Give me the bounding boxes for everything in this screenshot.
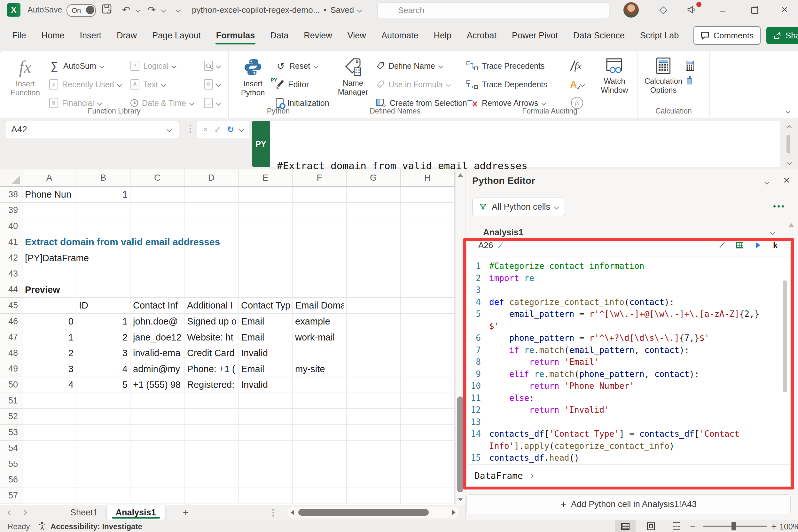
tab-data-science[interactable]: Data Science bbox=[573, 27, 625, 44]
cell-F49[interactable]: my-site bbox=[292, 361, 346, 377]
use-in-formula-button[interactable]: fx Use in Formula bbox=[376, 77, 467, 92]
tab-automate[interactable]: Automate bbox=[381, 27, 419, 44]
cell-E43[interactable] bbox=[239, 266, 292, 282]
tab-file[interactable]: File bbox=[12, 27, 27, 44]
megaphone-icon[interactable] bbox=[687, 4, 697, 15]
cell-A42[interactable]: [PY]DataFrame bbox=[22, 250, 76, 266]
code-line-4[interactable]: 4def categorize_contact_info(contact): bbox=[467, 297, 790, 308]
scroll-right-icon[interactable] bbox=[452, 510, 456, 515]
panel-scroll-up-icon[interactable] bbox=[788, 223, 794, 227]
row-header-50[interactable]: 50 bbox=[0, 377, 22, 393]
cell-C46[interactable]: john.doe@ bbox=[130, 314, 185, 330]
cell-G45[interactable] bbox=[346, 298, 401, 314]
python-refresh-icon[interactable]: ↻ bbox=[227, 125, 234, 135]
shortcut-icon[interactable]: k bbox=[773, 242, 778, 250]
cell-C55[interactable] bbox=[130, 456, 185, 472]
code-line-15[interactable]: 15contacts_df.head() bbox=[467, 452, 790, 464]
code-line-3[interactable]: 3 bbox=[467, 284, 790, 297]
cell-A53[interactable] bbox=[22, 424, 76, 440]
cell-F46[interactable]: example bbox=[292, 314, 346, 330]
cell-D49[interactable]: Phone: +1 ( bbox=[185, 361, 239, 377]
search-input[interactable] bbox=[377, 2, 609, 18]
cell-F40[interactable] bbox=[292, 218, 346, 234]
name-box[interactable] bbox=[5, 121, 179, 138]
dataframe-output-row[interactable]: DataFrame bbox=[467, 464, 790, 487]
cell-G50[interactable] bbox=[346, 377, 401, 393]
avatar[interactable] bbox=[624, 2, 639, 18]
cell-B52[interactable] bbox=[76, 408, 130, 424]
formula-expand-chevron-icon[interactable] bbox=[787, 160, 792, 165]
define-name-button[interactable]: Define Name bbox=[376, 58, 467, 74]
error-checking-button[interactable]: A bbox=[570, 77, 585, 92]
cell-B48[interactable]: 3 bbox=[76, 345, 130, 361]
text-button[interactable]: A Text bbox=[130, 77, 204, 92]
cell-C49[interactable]: admin@my bbox=[130, 361, 185, 377]
cell-C47[interactable]: jane_doe12 bbox=[130, 329, 185, 345]
sheet-tab-analysis1[interactable]: Analysis1 bbox=[107, 505, 165, 520]
python-editor-button[interactable]: PY Editor bbox=[276, 77, 329, 92]
section-chevron-icon[interactable] bbox=[770, 230, 775, 235]
tab-data[interactable]: Data bbox=[269, 27, 289, 44]
cell-F53[interactable] bbox=[292, 424, 346, 440]
redo-button[interactable]: ↷ bbox=[148, 4, 156, 15]
add-python-cell-button[interactable]: + Add Python cell in Analysis1!A43 bbox=[467, 494, 791, 514]
logical-button[interactable]: ? Logical bbox=[130, 58, 204, 74]
cell-G43[interactable] bbox=[346, 266, 401, 282]
cell-E52[interactable] bbox=[239, 408, 292, 424]
cell-D57[interactable] bbox=[185, 488, 239, 504]
code-line-14[interactable]: 14contacts_df['Contact Type'] = contacts… bbox=[467, 428, 790, 452]
cell-A49[interactable]: 3 bbox=[22, 361, 76, 377]
cell-H44[interactable] bbox=[401, 282, 455, 298]
cell-F52[interactable] bbox=[292, 408, 346, 424]
cell-A56[interactable] bbox=[22, 472, 76, 488]
cell-H45[interactable] bbox=[401, 298, 455, 314]
scroll-down-icon[interactable] bbox=[458, 498, 463, 501]
cell-H46[interactable] bbox=[401, 314, 455, 330]
cell-E44[interactable] bbox=[239, 282, 292, 298]
cell-C50[interactable]: +1 (555) 98 bbox=[130, 377, 185, 393]
cell-E42[interactable] bbox=[239, 250, 292, 266]
row-header-55[interactable]: 55 bbox=[0, 456, 22, 472]
show-formulas-button[interactable]: fx bbox=[572, 58, 582, 74]
page-layout-view-button[interactable] bbox=[641, 520, 661, 532]
column-header-C[interactable]: C bbox=[130, 169, 185, 187]
cell-C52[interactable] bbox=[130, 408, 185, 424]
insert-function-button[interactable]: fx Insert Function bbox=[4, 54, 46, 97]
cell-G47[interactable] bbox=[346, 329, 401, 345]
undo-button[interactable]: ↶ bbox=[122, 4, 130, 15]
cell-H51[interactable] bbox=[401, 393, 455, 409]
column-header-H[interactable]: H bbox=[401, 169, 455, 187]
page-break-view-button[interactable] bbox=[666, 520, 687, 532]
cell-D46[interactable]: Signed up o bbox=[185, 314, 239, 330]
cell-H54[interactable] bbox=[401, 440, 455, 457]
cell-B40[interactable] bbox=[76, 218, 130, 234]
cell-H47[interactable] bbox=[401, 329, 455, 345]
refresh-chevron-icon[interactable] bbox=[239, 127, 244, 132]
cell-H53[interactable] bbox=[401, 424, 455, 440]
more-options-button[interactable] bbox=[773, 205, 784, 208]
cell-G40[interactable] bbox=[346, 218, 401, 234]
python-reset-button[interactable]: ↺ Reset bbox=[276, 58, 329, 74]
recently-used-button[interactable]: ☆ Recently Used bbox=[49, 77, 126, 92]
select-all-corner[interactable] bbox=[0, 169, 22, 187]
horizontal-scrollbar-thumb[interactable] bbox=[298, 509, 429, 516]
cell-H41[interactable] bbox=[401, 234, 455, 250]
cell-A46[interactable]: 0 bbox=[22, 314, 76, 330]
cell-B46[interactable]: 1 bbox=[76, 314, 130, 330]
cell-B43[interactable] bbox=[76, 266, 130, 282]
cell-E40[interactable] bbox=[239, 218, 292, 234]
zoom-level[interactable]: 100% bbox=[779, 522, 798, 531]
cell-A52[interactable] bbox=[22, 408, 76, 424]
tab-power-pivot[interactable]: Power Pivot bbox=[511, 27, 558, 44]
cell-G55[interactable] bbox=[346, 456, 401, 472]
cell-B56[interactable] bbox=[76, 472, 130, 488]
scroll-left-icon[interactable] bbox=[291, 510, 294, 515]
cell-B51[interactable] bbox=[76, 393, 130, 409]
cell-G52[interactable] bbox=[346, 408, 401, 424]
filter-dropdown[interactable]: All Python cells bbox=[472, 197, 565, 216]
horizontal-scrollbar[interactable] bbox=[286, 507, 460, 518]
cell-F48[interactable] bbox=[292, 345, 346, 361]
row-header-39[interactable]: 39 bbox=[0, 203, 22, 219]
cell-B54[interactable] bbox=[76, 440, 130, 457]
cell-H57[interactable] bbox=[401, 488, 455, 504]
